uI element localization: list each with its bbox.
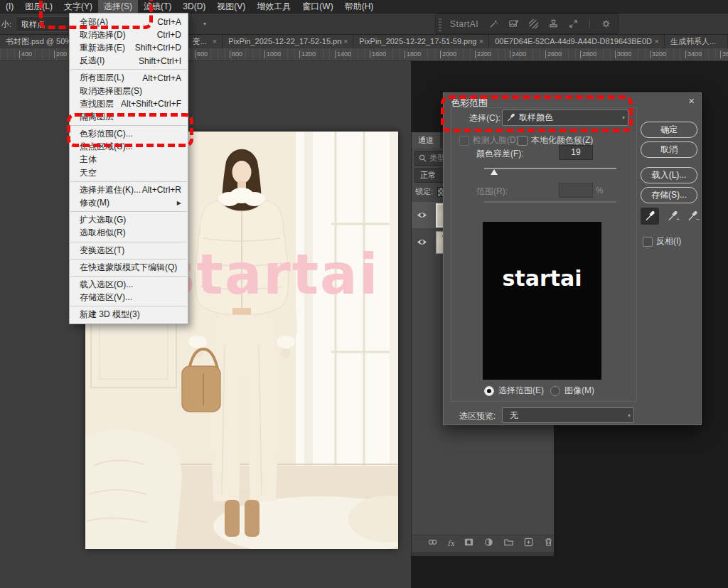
tab-close-icon[interactable]: × bbox=[342, 37, 353, 46]
color-range-dialog[interactable]: 色彩范围 × 选择(C): 取样颜色 ▾ 检测人脸(D) 本地化颜色簇(Z) 颜… bbox=[443, 92, 702, 425]
image-radio[interactable]: 图像(M) bbox=[550, 385, 594, 397]
ruler-label: 2000 bbox=[440, 50, 456, 58]
menu-item[interactable]: 载入选区(O)... bbox=[70, 278, 188, 291]
menu-separator bbox=[70, 242, 187, 242]
tab-close-icon[interactable]: × bbox=[211, 37, 222, 46]
menubar-item[interactable]: 3D(D) bbox=[177, 0, 211, 13]
menubar-item[interactable]: 选择(S) bbox=[98, 0, 138, 13]
ruler-label: 2200 bbox=[475, 50, 491, 58]
select-mode-dropdown[interactable]: 取样颜色 ▾ bbox=[502, 109, 628, 126]
ruler-label: 3000 bbox=[615, 50, 631, 58]
tab-close-icon[interactable]: × bbox=[478, 37, 488, 46]
fuzziness-slider[interactable] bbox=[484, 168, 616, 169]
ok-button[interactable]: 确定 bbox=[641, 122, 697, 138]
menu-shortcut: Alt+Ctrl+A bbox=[142, 73, 181, 83]
menubar-item[interactable]: 视图(V) bbox=[211, 0, 251, 13]
menu-item-label: 扩大选取(G) bbox=[80, 214, 126, 226]
invert-label: 反相(I) bbox=[656, 235, 681, 247]
menu-shortcut: Alt+Ctrl+R bbox=[142, 185, 181, 195]
menubar-item[interactable]: (I) bbox=[0, 0, 19, 13]
menu-item[interactable]: 存储选区(V)... bbox=[70, 292, 188, 304]
menu-item[interactable]: 主体 bbox=[70, 154, 188, 166]
adjustment-icon[interactable] bbox=[483, 537, 494, 550]
menu-item-label: 色彩范围(C)... bbox=[80, 128, 133, 140]
chevron-down-icon[interactable]: ▾ bbox=[203, 21, 206, 27]
drag-handle-icon[interactable] bbox=[439, 17, 441, 31]
ruler-label: 1000 bbox=[264, 50, 281, 58]
tab-channels[interactable]: 通道 bbox=[412, 132, 440, 148]
menubar-item[interactable]: 图层(L) bbox=[19, 0, 58, 13]
add-image-icon[interactable] bbox=[508, 18, 519, 29]
load-button[interactable]: 载入(L)... bbox=[641, 167, 697, 183]
eyedropper-icon[interactable] bbox=[641, 208, 659, 225]
menu-item[interactable]: 隔离图层 bbox=[70, 110, 188, 123]
menu-item[interactable]: 取消选择(D)Ctrl+D bbox=[70, 28, 188, 41]
menubar-item[interactable]: 滤镜(T) bbox=[138, 0, 177, 13]
document-tab[interactable]: 生成韩系人... bbox=[665, 34, 728, 48]
settings-gear-icon[interactable] bbox=[601, 18, 611, 29]
ruler-label: 1800 bbox=[405, 50, 421, 58]
menu-item[interactable]: 焦点区域(U)... bbox=[70, 141, 188, 154]
menu-item[interactable]: 天空 bbox=[70, 166, 188, 179]
tab-close-icon[interactable]: × bbox=[653, 37, 663, 46]
visibility-eye-icon[interactable] bbox=[417, 236, 427, 249]
document-tab[interactable]: PixPin_2025-12-22_17-52-15.png @...× bbox=[223, 34, 353, 48]
document-tab[interactable]: 书封图.psd @ 50% (... bbox=[0, 34, 74, 48]
menu-item-label: 在快速蒙版模式下编辑(Q) bbox=[80, 262, 177, 274]
menu-item-label: 存储选区(V)... bbox=[80, 292, 132, 304]
menu-shortcut: Alt+Shift+Ctrl+F bbox=[121, 99, 181, 109]
stamp-icon[interactable] bbox=[548, 18, 559, 29]
menu-item[interactable]: 反选(I)Shift+Ctrl+I bbox=[70, 55, 188, 68]
ruler-label: 600 bbox=[195, 50, 208, 58]
menu-item[interactable]: 变换选区(T) bbox=[70, 244, 188, 257]
folder-icon[interactable] bbox=[503, 537, 514, 550]
menu-item[interactable]: 查找图层Alt+Shift+Ctrl+F bbox=[70, 97, 188, 110]
eyedropper-plus-icon[interactable]: + bbox=[664, 208, 682, 225]
menu-item[interactable]: 所有图层(L)Alt+Ctrl+A bbox=[70, 72, 188, 85]
menubar: (I)图层(L)文字(Y)选择(S)滤镜(T)3D(D)视图(V)增效工具窗口(… bbox=[0, 0, 728, 14]
select-label: 选择(C): bbox=[469, 112, 500, 124]
menu-item-label: 查找图层 bbox=[80, 98, 114, 110]
cancel-button[interactable]: 取消 bbox=[641, 141, 697, 158]
select-menu-dropdown: 全部(A)Ctrl+A取消选择(D)Ctrl+D重新选择(E)Shift+Ctr… bbox=[69, 13, 188, 324]
menubar-item[interactable]: 增效工具 bbox=[251, 0, 296, 13]
menu-item[interactable]: 重新选择(E)Shift+Ctrl+D bbox=[70, 41, 188, 54]
link-icon[interactable] bbox=[427, 537, 438, 550]
menu-item[interactable]: 修改(M)▶ bbox=[70, 196, 188, 209]
menu-item[interactable]: 新建 3D 模型(3) bbox=[70, 309, 188, 321]
eyedropper-minus-icon[interactable]: − bbox=[684, 208, 702, 225]
magic-wand-icon[interactable] bbox=[488, 18, 499, 29]
pattern-icon[interactable] bbox=[528, 18, 539, 29]
mask-icon[interactable] bbox=[464, 537, 474, 550]
menu-item[interactable]: 选取相似(R) bbox=[70, 227, 188, 240]
expand-icon[interactable] bbox=[568, 18, 579, 29]
menu-item[interactable]: 全部(A)Ctrl+A bbox=[70, 16, 188, 28]
menu-item[interactable]: 选择并遮住(K)...Alt+Ctrl+R bbox=[70, 183, 188, 196]
menubar-item[interactable]: 窗口(W) bbox=[296, 0, 338, 13]
menu-shortcut: Ctrl+D bbox=[157, 30, 181, 40]
selection-preview-dropdown[interactable]: 无 ▾ bbox=[502, 407, 634, 423]
search-icon bbox=[419, 154, 427, 162]
visibility-eye-icon[interactable] bbox=[417, 209, 427, 222]
menu-item[interactable]: 扩大选取(G) bbox=[70, 214, 188, 227]
invert-checkbox[interactable]: 反相(I) bbox=[643, 235, 681, 247]
menubar-item[interactable]: 帮助(H) bbox=[339, 0, 380, 13]
new-layer-icon[interactable] bbox=[523, 537, 534, 550]
fuzziness-slider-thumb[interactable] bbox=[491, 166, 498, 175]
menu-item[interactable]: 色彩范围(C)... bbox=[70, 128, 188, 141]
ruler-label: 2800 bbox=[580, 50, 596, 58]
fx-icon[interactable]: fx bbox=[447, 539, 454, 548]
trash-icon[interactable] bbox=[543, 537, 554, 550]
selection-radio[interactable]: 选择范围(E) bbox=[484, 385, 544, 397]
save-button[interactable]: 存储(S)... bbox=[641, 187, 697, 203]
menubar-item[interactable]: 文字(Y) bbox=[58, 0, 98, 13]
document-tab[interactable]: PixPin_2025-12-22_17-51-59.png @...× bbox=[353, 34, 489, 48]
menu-item[interactable]: 取消选择图层(S) bbox=[70, 85, 188, 97]
radio-icon bbox=[550, 386, 560, 396]
close-icon[interactable]: × bbox=[688, 95, 695, 107]
sample-size-dropdown[interactable]: 取样点 ▾ bbox=[16, 16, 75, 32]
menu-item[interactable]: 在快速蒙版模式下编辑(Q) bbox=[70, 261, 188, 274]
fuzziness-input[interactable]: 19 bbox=[559, 145, 593, 160]
range-label: 范围(R): bbox=[476, 186, 508, 198]
document-tab[interactable]: 00E7D64E-52CA-44d9-A44D-D819643BE0D7.png… bbox=[489, 34, 665, 48]
